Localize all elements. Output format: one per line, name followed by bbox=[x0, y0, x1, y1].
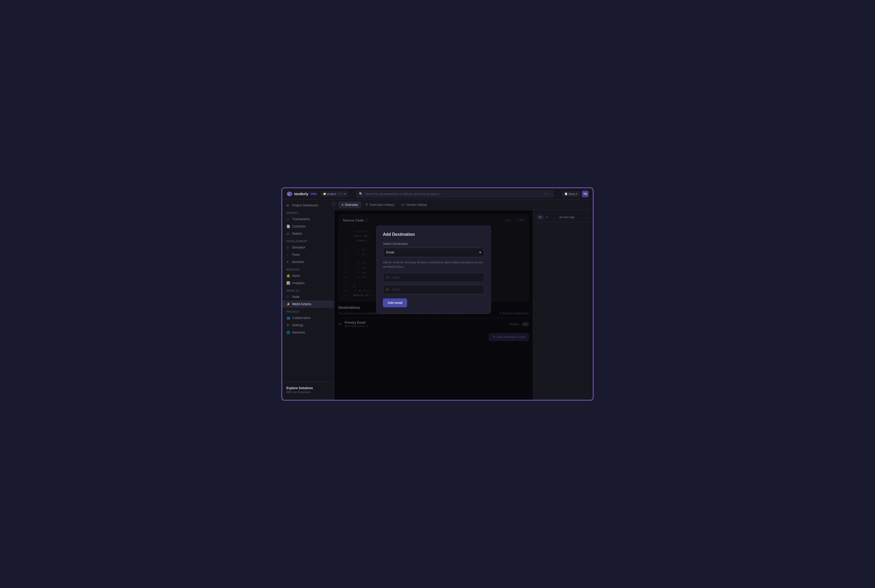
node-icon: ⬡ bbox=[286, 295, 290, 298]
sidebar-item-contracts[interactable]: 📄 Contracts bbox=[282, 223, 334, 230]
modal-overlay[interactable]: Add Destination Select Destination Email… bbox=[334, 210, 533, 400]
tab-overview[interactable]: ≡ Overview bbox=[338, 201, 361, 208]
docs-icon: 📋 bbox=[564, 192, 568, 195]
mail-icon: ✉ bbox=[386, 288, 389, 291]
sidebar-item-label: Alerts bbox=[292, 274, 300, 278]
sidebar-item-networks[interactable]: 🌐 Networks bbox=[282, 329, 334, 336]
tab-execution-history[interactable]: ⏱ Execution History bbox=[362, 201, 397, 208]
version-time: an hour ago bbox=[550, 216, 583, 219]
analytics-icon: 📊 bbox=[286, 281, 290, 285]
sidebar-item-project-dashboard[interactable]: ⊞ Project Dashboard bbox=[282, 202, 334, 209]
topbar: T tenderly PRO 📁 project project ▾ 🔍 Sea… bbox=[282, 188, 593, 200]
chevron-down-icon: ▾ bbox=[576, 193, 577, 195]
overview-icon: ≡ bbox=[341, 203, 343, 207]
select-destination-label: Select Destination bbox=[383, 242, 484, 246]
sidebar-item-alerts[interactable]: 🔔 Alerts bbox=[282, 272, 334, 279]
search-icon: 🔍 bbox=[359, 192, 363, 196]
version-check-icon: ✓ bbox=[546, 215, 548, 219]
sidebar-item-devnets[interactable]: ✦ DevNets bbox=[282, 258, 334, 266]
sidebar-item-label: Forks bbox=[292, 253, 300, 256]
app-window: T tenderly PRO 📁 project project ▾ 🔍 Sea… bbox=[281, 188, 594, 400]
grid-icon: ⊞ bbox=[286, 204, 290, 207]
select-value: Email bbox=[386, 250, 394, 254]
add-email-label: Add email bbox=[388, 301, 402, 304]
tag-icon: 🏷 bbox=[401, 203, 404, 207]
sidebar-item-label: Simulator bbox=[292, 246, 305, 249]
version-item: #1 ✓ an hour ago ⋮ bbox=[533, 212, 593, 222]
section-label-inspect: Inspect bbox=[282, 209, 334, 216]
modal-description: Add an email for receiving Tenderly noti… bbox=[383, 260, 484, 269]
search-placeholder: Search for any transaction or address, a… bbox=[365, 192, 442, 195]
sidebar-item-label: Collaborators bbox=[292, 316, 311, 320]
svg-text:T: T bbox=[288, 193, 290, 195]
clock-icon: ⏱ bbox=[365, 203, 368, 207]
settings-icon: ⚙ bbox=[286, 323, 290, 327]
explore-subtitle: With our Engineers bbox=[286, 390, 330, 393]
docs-label: Docs bbox=[568, 192, 575, 195]
tab-label: Execution History bbox=[370, 203, 394, 207]
email-input-wrap: ✉ bbox=[383, 285, 484, 294]
sidebar-collapse-button[interactable]: ‹ bbox=[331, 202, 336, 207]
modal-title: Add Destination bbox=[383, 232, 484, 237]
main-layout: ⊞ Project Dashboard Inspect ⬡ Transactio… bbox=[282, 200, 593, 400]
project-sub: project bbox=[337, 193, 343, 195]
search-bar[interactable]: 🔍 Search for any transaction or address,… bbox=[356, 190, 554, 198]
tab-label: Version History bbox=[406, 203, 427, 207]
project-name: project bbox=[327, 192, 336, 195]
tenderly-logo-icon: T bbox=[286, 191, 293, 197]
sidebar-item-forks[interactable]: ⑂ Forks bbox=[282, 251, 334, 258]
web3-actions-icon: ⚡ bbox=[286, 302, 290, 306]
content-area: ≡ Overview ⏱ Execution History 🏷 Version… bbox=[334, 200, 593, 400]
sidebar-item-label: Project Dashboard bbox=[292, 204, 318, 207]
sidebar-item-label: Transactions bbox=[292, 218, 310, 221]
section-label-project: Project bbox=[282, 308, 334, 314]
sidebar-item-label: Node bbox=[292, 295, 300, 298]
sidebar-item-label: Networks bbox=[292, 331, 305, 334]
topbar-right: 📋 Docs ▾ TD bbox=[562, 190, 589, 197]
add-destination-modal: Add Destination Select Destination Email… bbox=[376, 226, 491, 314]
content-row: Source Code ⓘ Copy ↗ Edit bbox=[334, 210, 593, 400]
sidebar-item-analytics[interactable]: 📊 Analytics bbox=[282, 279, 334, 287]
wallets-icon: 🗂 bbox=[286, 232, 290, 236]
devnets-icon: ✦ bbox=[286, 260, 290, 264]
label-input-wrap: 🏷 bbox=[383, 273, 484, 282]
add-email-button[interactable]: Add email bbox=[383, 298, 407, 307]
sidebar-item-label: Settings bbox=[292, 323, 303, 327]
logo-text: tenderly bbox=[294, 192, 308, 196]
sidebar-item-node[interactable]: ⬡ Node bbox=[282, 293, 334, 300]
tab-label: Overview bbox=[345, 203, 358, 207]
docs-button[interactable]: 📋 Docs ▾ bbox=[562, 191, 580, 196]
version-number: #1 bbox=[537, 215, 544, 219]
networks-icon: 🌐 bbox=[286, 331, 290, 334]
email-input[interactable] bbox=[383, 285, 484, 294]
section-label-monitor: Monitor bbox=[282, 266, 334, 272]
page-content: Source Code ⓘ Copy ↗ Edit bbox=[334, 210, 533, 400]
sidebar-item-transactions[interactable]: ⬡ Transactions bbox=[282, 216, 334, 223]
sidebar-item-settings[interactable]: ⚙ Settings bbox=[282, 321, 334, 329]
version-panel: #1 ✓ an hour ago ⋮ bbox=[533, 210, 593, 400]
explore-section: Explore Solutions With our Engineers bbox=[282, 382, 334, 398]
search-shortcut: ⌘ + k bbox=[544, 192, 551, 195]
logo-area: T tenderly PRO bbox=[286, 191, 317, 197]
destination-type-select[interactable]: Email ▾ bbox=[383, 248, 484, 257]
sidebar-item-label: DevNets bbox=[292, 260, 304, 264]
collaborators-icon: 👥 bbox=[286, 316, 290, 320]
project-selector[interactable]: 📁 project project ▾ bbox=[321, 191, 348, 196]
label-input[interactable] bbox=[383, 273, 484, 282]
alerts-icon: 🔔 bbox=[286, 274, 290, 278]
sidebar-item-web3-actions[interactable]: ⚡ Web3 Actions bbox=[282, 300, 334, 308]
sidebar-item-wallets[interactable]: 🗂 Wallets bbox=[282, 230, 334, 237]
sidebar: ⊞ Project Dashboard Inspect ⬡ Transactio… bbox=[282, 200, 334, 400]
sidebar-item-label: Analytics bbox=[292, 281, 305, 285]
tag-icon: 🏷 bbox=[386, 276, 389, 279]
sidebar-item-collaborators[interactable]: 👥 Collaborators bbox=[282, 314, 334, 321]
user-avatar[interactable]: TD bbox=[582, 190, 589, 197]
sidebar-item-label: Contracts bbox=[292, 225, 305, 228]
version-menu-button[interactable]: ⋮ bbox=[585, 215, 589, 219]
tab-version-history[interactable]: 🏷 Version History bbox=[398, 201, 430, 208]
sidebar-item-label: Web3 Actions bbox=[292, 302, 311, 306]
contracts-icon: 📄 bbox=[286, 225, 290, 228]
section-label-development: Development bbox=[282, 237, 334, 244]
section-label-infra: Infra 3.0 bbox=[282, 287, 334, 293]
sidebar-item-simulator[interactable]: ⊙ Simulator bbox=[282, 244, 334, 251]
